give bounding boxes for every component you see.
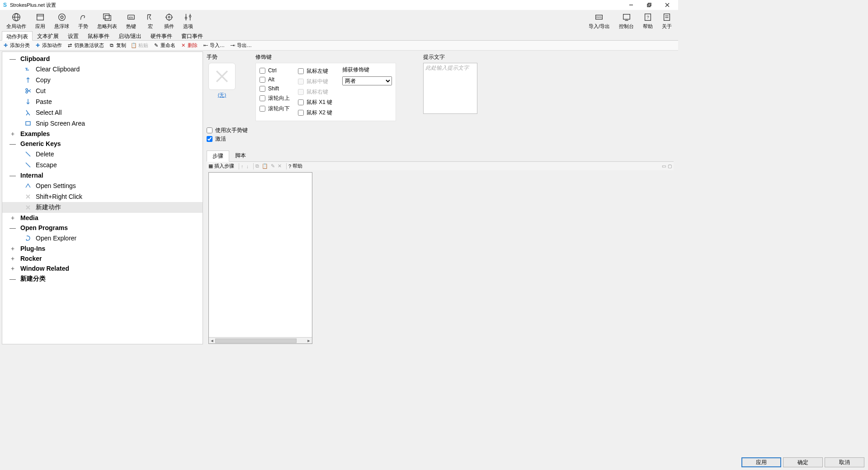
gesture-icon (24, 87, 32, 95)
modifier-Alt[interactable]: Alt (259, 76, 290, 83)
tree-category[interactable]: +Plug-Ins (2, 244, 203, 254)
move-up-button[interactable]: ↑ (241, 164, 244, 169)
lower-tab-1[interactable]: 脚本 (229, 150, 252, 161)
tree-item[interactable]: Snip Screen Area (2, 118, 203, 129)
tree-category[interactable]: —新建分类 (2, 273, 203, 284)
toolbar-float[interactable]: 悬浮球 (54, 12, 69, 30)
tree-category[interactable]: +Rocker (2, 254, 203, 263)
tree-item[interactable]: 新建动作 (2, 202, 203, 213)
tree-item[interactable]: Delete (2, 149, 203, 160)
minimize-button[interactable] (622, 0, 640, 10)
step-delete-button[interactable]: ✕ (278, 163, 282, 169)
tree-item[interactable]: Open Settings (2, 180, 203, 191)
mini-max-icon[interactable]: ▢ (668, 164, 672, 169)
tree-item[interactable]: Paste (2, 96, 203, 107)
svg-rect-8 (37, 14, 44, 20)
tree-item[interactable]: Open Explorer (2, 233, 203, 244)
step-help-button[interactable]: ?帮助 (288, 163, 302, 169)
app-logo-icon: S (2, 2, 8, 8)
tree-category[interactable]: —Internal (2, 170, 203, 180)
step-paste-button[interactable]: 📋 (262, 163, 268, 169)
modifier-鼠标 X1 键[interactable]: 鼠标 X1 键 (298, 99, 332, 106)
toolbar-about[interactable]: 关于 (662, 12, 672, 30)
lower-tab-0[interactable]: 步骤 (207, 150, 229, 162)
action-tree[interactable]: —ClipboardClear ClipboardCopyCutPasteSel… (2, 52, 203, 344)
svg-point-35 (26, 89, 28, 90)
modifier-Ctrl[interactable]: Ctrl (259, 67, 290, 74)
paste-button[interactable]: 📋粘贴 (131, 42, 148, 49)
tab-1[interactable]: 文本扩展 (33, 31, 63, 40)
export-button[interactable]: ⭲导出… (229, 42, 252, 49)
step-toolbar: ▦插入步骤 ↑ ↓ ⧉ 📋 ✎ ✕ ?帮助 ▭ ▢ (207, 162, 674, 170)
tree-item[interactable]: Copy (2, 75, 203, 85)
copy-button[interactable]: ⧉复制 (108, 42, 126, 49)
tree-item[interactable]: Shift+Right Click (2, 191, 203, 202)
expand-icon[interactable]: + (9, 214, 17, 221)
import-button[interactable]: ⭰导入… (202, 42, 225, 49)
toolbar-console[interactable]: 控制台 (619, 12, 634, 30)
modifier-鼠标 X2 键[interactable]: 鼠标 X2 键 (298, 109, 332, 117)
toolbar-plugin[interactable]: 插件 (164, 12, 174, 30)
gesture-none-link[interactable]: (无) (207, 92, 237, 99)
mini-window-icon[interactable]: ▭ (662, 164, 666, 169)
tree-category[interactable]: —Open Programs (2, 223, 203, 233)
modifier-滚轮向下[interactable]: 滚轮向下 (259, 105, 290, 113)
tab-2[interactable]: 设置 (63, 31, 83, 40)
capture-modifier-select[interactable]: 两者 (342, 76, 392, 85)
expand-icon[interactable]: + (9, 255, 17, 262)
step-edit-button[interactable]: ✎ (271, 163, 275, 169)
delete-button[interactable]: ✕删除 (180, 42, 198, 49)
step-hscrollbar[interactable]: ◄ ► (209, 337, 312, 343)
modifier-Shift[interactable]: Shift (259, 85, 290, 92)
modifier-鼠标左键[interactable]: 鼠标左键 (298, 67, 332, 75)
toggle-active-button[interactable]: ⇄切换激活状态 (66, 42, 104, 49)
expand-icon[interactable]: + (9, 245, 17, 252)
tree-item[interactable]: Select All (2, 107, 203, 118)
rename-button[interactable]: ✎重命名 (153, 42, 175, 49)
step-canvas[interactable]: ◄ ► (208, 172, 312, 344)
toolbar-macro[interactable]: 宏 (145, 12, 155, 30)
tab-4[interactable]: 启动/退出 (114, 31, 146, 40)
collapse-icon[interactable]: — (9, 55, 17, 62)
add-category-button[interactable]: ✚添加分类 (2, 42, 30, 49)
toolbar-hotkey[interactable]: abc热键 (126, 12, 136, 30)
hint-textarea[interactable]: 此处输入提示文字 (423, 63, 477, 114)
close-button[interactable] (658, 0, 676, 10)
activate-checkbox[interactable]: 激活 (207, 135, 674, 143)
toolbar-options[interactable]: 选项 (183, 12, 193, 30)
use-secondary-checkbox[interactable]: 使用次手势键 (207, 127, 674, 134)
toolbar-ignore[interactable]: 忽略列表 (97, 12, 117, 30)
tree-item[interactable]: Clear Clipboard (2, 64, 203, 75)
svg-rect-13 (105, 15, 111, 20)
insert-step-button[interactable]: ▦插入步骤 (208, 163, 234, 169)
collapse-icon[interactable]: — (9, 275, 17, 282)
tab-5[interactable]: 硬件事件 (146, 31, 177, 40)
toolbar-gesture[interactable]: 手势 (78, 12, 88, 30)
tab-3[interactable]: 鼠标事件 (83, 31, 114, 40)
collapse-icon[interactable]: — (9, 224, 17, 231)
tree-category[interactable]: +Window Related (2, 263, 203, 273)
tree-item-label: Paste (36, 98, 52, 105)
add-action-button[interactable]: ✚添加动作 (34, 42, 62, 49)
step-copy-button[interactable]: ⧉ (255, 163, 259, 169)
tree-category[interactable]: —Generic Keys (2, 139, 203, 149)
tab-6[interactable]: 窗口事件 (177, 31, 208, 40)
modifier-滚轮向上[interactable]: 滚轮向上 (259, 94, 290, 102)
toolbar-help[interactable]: ?帮助 (643, 12, 653, 30)
tree-item[interactable]: Escape (2, 160, 203, 170)
tree-category[interactable]: —Clipboard (2, 54, 203, 64)
toolbar-io[interactable]: 0101导入/导出 (589, 12, 610, 30)
move-down-button[interactable]: ↓ (246, 164, 249, 169)
toolbar-window[interactable]: 应用 (35, 12, 45, 30)
tab-0[interactable]: 动作列表 (2, 31, 33, 41)
expand-icon[interactable]: + (9, 130, 17, 137)
toolbar-globe[interactable]: 全局动作 (6, 12, 26, 30)
collapse-icon[interactable]: — (9, 172, 17, 179)
expand-icon[interactable]: + (9, 265, 17, 272)
maximize-button[interactable] (640, 0, 658, 10)
gesture-preview[interactable] (208, 63, 236, 90)
collapse-icon[interactable]: — (9, 140, 17, 147)
tree-category[interactable]: +Media (2, 213, 203, 223)
tree-item[interactable]: Cut (2, 85, 203, 96)
tree-category[interactable]: +Examples (2, 129, 203, 139)
